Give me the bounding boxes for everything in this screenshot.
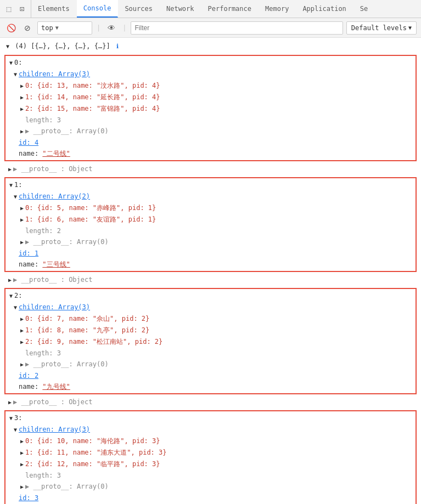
- devtools-icons: ⬚ ⊡: [0, 0, 31, 18]
- clear-console-button[interactable]: 🚫: [4, 21, 18, 35]
- item-0-child-1-toggle[interactable]: [19, 93, 25, 103]
- item-3-toggle[interactable]: [8, 414, 14, 423]
- item-3-child-0-toggle[interactable]: [19, 437, 25, 446]
- inspect-icon[interactable]: ⬚: [3, 3, 14, 14]
- item-1-name: name: "三号线": [5, 259, 416, 270]
- item-0-name: name: "二号线": [5, 148, 416, 159]
- tab-network[interactable]: Network: [160, 0, 201, 18]
- item-2-child-1: 1: {id: 8, name: "九亭", pid: 2}: [5, 325, 416, 336]
- item-0-child-2-toggle[interactable]: [19, 104, 25, 114]
- item-1-id: id: 1: [5, 248, 416, 259]
- item-2-name: name: "九号线": [5, 381, 416, 392]
- chevron-down-icon: ▼: [55, 25, 59, 31]
- item-1-proto: ▶ __proto__ : Object: [0, 274, 421, 286]
- item-3-proto-arr: ▶ __proto__: Array(0): [5, 481, 416, 492]
- divider: |: [97, 24, 100, 32]
- item-2-child-0-toggle[interactable]: [19, 314, 25, 324]
- item-0-child-0: 0: {id: 13, name: "汶水路", pid: 4}: [5, 80, 416, 92]
- item-2-children-toggle[interactable]: [12, 303, 19, 313]
- item-2-child-2: 2: {id: 9, name: "松江南站", pid: 2}: [5, 336, 416, 348]
- filter-input[interactable]: [131, 21, 343, 35]
- item-1-child-0-toggle[interactable]: [19, 203, 25, 213]
- tab-sources[interactable]: Sources: [118, 0, 160, 18]
- item-1-child-1-toggle[interactable]: [19, 215, 25, 225]
- item-1-proto-toggle[interactable]: [7, 275, 13, 285]
- chevron-down-icon2: ▼: [408, 25, 412, 31]
- object-block-2: 2: children: Array(3) 0: {id: 7, name: "…: [4, 288, 417, 394]
- item-2-proto-arr: ▶ __proto__: Array(0): [5, 359, 416, 370]
- item-3-children-toggle[interactable]: [12, 425, 19, 435]
- item-0-header: 0:: [5, 57, 416, 69]
- item-0-length: length: 3: [5, 115, 416, 126]
- item-1-children-header: children: Array(2): [5, 191, 416, 202]
- item-2-proto: ▶ __proto__ : Object: [0, 397, 421, 408]
- eye-button[interactable]: 👁: [105, 21, 118, 35]
- tab-performance[interactable]: Performance: [201, 0, 259, 18]
- tab-application[interactable]: Application: [296, 0, 353, 18]
- item-2-id: id: 2: [5, 370, 416, 381]
- item-1-child-0: 0: {id: 5, name: "赤峰路", pid: 1}: [5, 202, 416, 214]
- item-1-toggle[interactable]: [8, 180, 14, 190]
- tab-memory[interactable]: Memory: [259, 0, 296, 18]
- item-1-proto-arr: ▶ __proto__: Array(0): [5, 236, 416, 248]
- block-button[interactable]: ⊘: [21, 21, 34, 35]
- item-3-child-1-toggle[interactable]: [19, 448, 25, 458]
- object-block-0: 0: children: Array(3) 0: {id: 13, name: …: [4, 55, 417, 161]
- item-0-proto-arr: ▶ __proto__: Array(0): [5, 126, 416, 137]
- item-0-child-0-toggle[interactable]: [19, 81, 25, 91]
- array-header: (4) [{…}, {…}, {…}, {…}] ℹ: [0, 40, 421, 53]
- item-2-proto-arr-toggle[interactable]: [19, 360, 25, 370]
- item-0-proto-toggle[interactable]: [7, 165, 13, 174]
- array-toggle[interactable]: [4, 42, 11, 52]
- item-2-toggle[interactable]: [8, 291, 14, 301]
- item-3-child-1: 1: {id: 11, name: "浦东大道", pid: 3}: [5, 447, 416, 458]
- info-icon: ℹ: [116, 43, 119, 50]
- item-3-child-0: 0: {id: 10, name: "海伦路", pid: 3}: [5, 435, 416, 447]
- item-1-proto-arr-toggle[interactable]: [19, 237, 25, 247]
- item-3-id: id: 3: [5, 492, 416, 503]
- item-1-children-toggle[interactable]: [12, 192, 19, 202]
- context-selector[interactable]: top ▼: [37, 21, 92, 35]
- console-toolbar: 🚫 ⊘ top ▼ | 👁 | Default levels ▼: [0, 18, 421, 38]
- item-1-length: length: 2: [5, 225, 416, 236]
- tab-console[interactable]: Console: [77, 0, 119, 18]
- item-2-child-1-toggle[interactable]: [19, 326, 25, 336]
- item-3-children-header: children: Array(3): [5, 424, 416, 435]
- item-0-child-1: 1: {id: 14, name: "延长路", pid: 4}: [5, 92, 416, 103]
- item-0-toggle[interactable]: [8, 58, 14, 68]
- item-2-length: length: 3: [5, 348, 416, 359]
- item-3-proto-arr-toggle[interactable]: [19, 482, 25, 492]
- item-0-proto-arr-toggle[interactable]: [19, 127, 25, 137]
- item-3-child-2-toggle[interactable]: [19, 460, 25, 469]
- device-icon[interactable]: ⊡: [16, 3, 27, 14]
- item-0-children-toggle[interactable]: [12, 70, 19, 80]
- item-0-children-header: children: Array(3): [5, 69, 416, 80]
- item-2-proto-toggle[interactable]: [7, 398, 13, 407]
- log-levels-button[interactable]: Default levels ▼: [346, 21, 417, 35]
- item-2-child-2-toggle[interactable]: [19, 337, 25, 347]
- item-2-child-0: 0: {id: 7, name: "佘山", pid: 2}: [5, 313, 416, 325]
- tab-elements[interactable]: Elements: [31, 0, 77, 18]
- console-output: (4) [{…}, {…}, {…}, {…}] ℹ 0: children: …: [0, 38, 421, 504]
- tab-bar: ⬚ ⊡ Elements Console Sources Network Per…: [0, 0, 421, 18]
- divider2: |: [122, 24, 126, 32]
- object-block-3: 3: children: Array(3) 0: {id: 10, name: …: [4, 410, 417, 504]
- item-3-length: length: 3: [5, 470, 416, 481]
- item-2-header: 2:: [5, 290, 416, 302]
- item-2-children-header: children: Array(3): [5, 302, 416, 313]
- item-1-child-1: 1: {id: 6, name: "友谊路", pid: 1}: [5, 214, 416, 225]
- item-0-child-2: 2: {id: 15, name: "富锦路", pid: 4}: [5, 103, 416, 115]
- item-3-header: 3:: [5, 412, 416, 424]
- tab-more[interactable]: Se: [353, 0, 375, 18]
- object-block-1: 1: children: Array(2) 0: {id: 5, name: "…: [4, 177, 417, 272]
- item-3-child-2: 2: {id: 12, name: "临平路", pid: 3}: [5, 458, 416, 470]
- item-1-header: 1:: [5, 179, 416, 191]
- item-0-proto: ▶ __proto__ : Object: [0, 163, 421, 175]
- item-0-id: id: 4: [5, 137, 416, 148]
